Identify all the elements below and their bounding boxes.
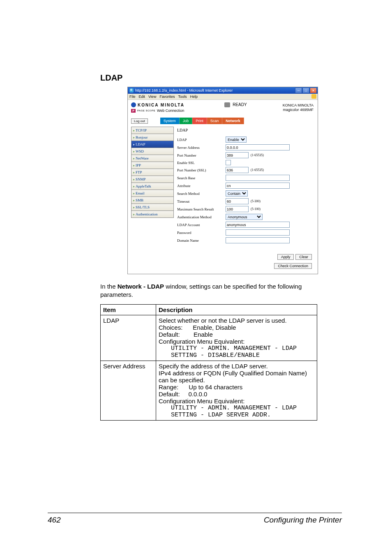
max-results-label: Maximum Search Result [177, 207, 226, 211]
server-address-label: Server Address [177, 146, 226, 150]
menu-edit[interactable]: Edit [139, 95, 145, 99]
intro-paragraph: In the Network - LDAP window, settings c… [100, 282, 317, 299]
window-close-button[interactable]: ✕ [310, 88, 317, 93]
sidebar: ▸TCP/IP ▸Bonjour ▸LDAP ▸WSD ▸NetWare ▸IP… [131, 127, 174, 248]
page-number: 462 [48, 516, 61, 525]
domain-label: Domain Name [177, 238, 226, 243]
sidebar-item-ssltls[interactable]: ▸SSL/TLS [131, 204, 174, 211]
max-results-input[interactable] [226, 206, 249, 212]
auth-method-label: Authentication Method [177, 215, 226, 219]
sidebar-item-ipp[interactable]: ▸IPP [131, 162, 174, 169]
port-hint: (1-65535) [251, 153, 264, 157]
timeout-hint: (5-300) [251, 199, 261, 203]
menu-view[interactable]: View [148, 95, 156, 99]
attribute-label: Attribute [177, 184, 226, 188]
chapter-title: Configuring the Printer [264, 516, 342, 525]
window-title: http://192.168.1.2/a_index.html - Micros… [135, 88, 233, 92]
printer-icon [224, 102, 230, 107]
search-base-input[interactable] [226, 175, 290, 181]
device-model: magicolor 4695MF [283, 108, 314, 112]
sidebar-item-ftp[interactable]: ▸FTP [131, 169, 174, 176]
logout-button[interactable]: Log out [131, 118, 148, 124]
clear-button[interactable]: Clear [295, 254, 312, 260]
printer-status: READY [233, 102, 247, 107]
web-connection-label: Web Connection [157, 109, 184, 113]
domain-input[interactable] [226, 237, 290, 243]
sidebar-item-smb[interactable]: ▸SMB [131, 197, 174, 204]
sidebar-item-netware[interactable]: ▸NetWare [131, 155, 174, 162]
security-icon [311, 94, 316, 99]
password-label: Password [177, 231, 226, 235]
tab-scan[interactable]: Scan [207, 118, 223, 124]
attribute-input[interactable] [226, 183, 290, 189]
device-brand: KONICA MINOLTA [283, 103, 314, 108]
section-title: LDAP [100, 73, 344, 83]
brand-name: KONICA MINOLTA [138, 103, 184, 107]
enable-ssl-label: Enable SSL [177, 161, 226, 165]
sidebar-item-ldap[interactable]: ▸LDAP [131, 141, 174, 148]
menu-tools[interactable]: Tools [178, 95, 187, 99]
port-input[interactable] [226, 152, 249, 158]
browser-window: http://192.168.1.2/a_index.html - Micros… [127, 87, 318, 274]
row1-ane-item: LDAP [101, 315, 156, 361]
enable-ssl-checkbox[interactable] [226, 160, 231, 165]
sidebar-item-auth[interactable]: ▸Authentication [131, 211, 174, 218]
parameter-table: Item Description LDAP Select whether or … [100, 304, 317, 421]
page-footer: 462 Configuring the Printer [48, 513, 342, 525]
pagescope-label: PAGE SCOPE [137, 109, 155, 112]
max-results-hint: (5-100) [251, 207, 261, 211]
menu-file[interactable]: File [129, 95, 136, 99]
table-header-item: Item [101, 304, 156, 315]
window-titlebar: http://192.168.1.2/a_index.html - Micros… [128, 87, 318, 94]
sidebar-item-tcpip[interactable]: ▸TCP/IP [131, 127, 174, 134]
sidebar-item-appletalk[interactable]: ▸AppleTalk [131, 183, 174, 190]
table-row: Server Address Specify the address of th… [101, 361, 317, 420]
port-label: Port Number [177, 153, 226, 157]
window-minimize-button[interactable]: ─ [295, 88, 302, 93]
password-input[interactable] [226, 229, 290, 236]
sidebar-item-bonjour[interactable]: ▸Bonjour [131, 134, 174, 141]
table-row: LDAP Select whether or not the LDAP serv… [101, 315, 317, 361]
timeout-input[interactable] [226, 198, 249, 204]
sidebar-item-snmp[interactable]: ▸SNMP [131, 176, 174, 183]
window-maximize-button[interactable]: □ [302, 88, 309, 93]
tab-system[interactable]: System [160, 118, 180, 124]
search-method-label: Search Method [177, 192, 226, 196]
menu-help[interactable]: Help [190, 95, 198, 99]
tab-job[interactable]: Job [180, 118, 193, 124]
pane-title: LDAP [177, 128, 313, 132]
tab-print[interactable]: Print [192, 118, 207, 124]
brand-logo-icon [131, 102, 136, 107]
port-ssl-input[interactable] [226, 167, 249, 173]
tab-network[interactable]: Network [222, 118, 244, 124]
auth-method-select[interactable]: Anonymous [226, 214, 263, 220]
sidebar-item-email[interactable]: ▸Email [131, 190, 174, 197]
server-address-input[interactable] [226, 144, 290, 150]
sidebar-item-wsd[interactable]: ▸WSD [131, 148, 174, 155]
search-method-select[interactable]: Contain [226, 190, 248, 197]
port-ssl-hint: (1-65535) [251, 168, 264, 172]
apply-button[interactable]: Apply [277, 254, 294, 260]
timeout-label: Timeout [177, 199, 226, 204]
table-header-description: Description [156, 304, 317, 315]
ldap-account-label: LDAP Account [177, 223, 226, 227]
menubar: File Edit View Favorites Tools Help [128, 94, 318, 100]
ldap-account-input[interactable] [226, 222, 290, 228]
port-ssl-label: Port Number (SSL) [177, 168, 226, 172]
check-connection-button[interactable]: Check Connection [274, 263, 312, 269]
search-base-label: Search Base [177, 176, 226, 180]
ie-icon [129, 88, 134, 92]
ldap-select[interactable]: Enable [226, 136, 247, 143]
pagescope-icon: P [131, 109, 136, 113]
menu-favorites[interactable]: Favorites [159, 95, 175, 99]
ldap-label: LDAP [177, 138, 226, 142]
